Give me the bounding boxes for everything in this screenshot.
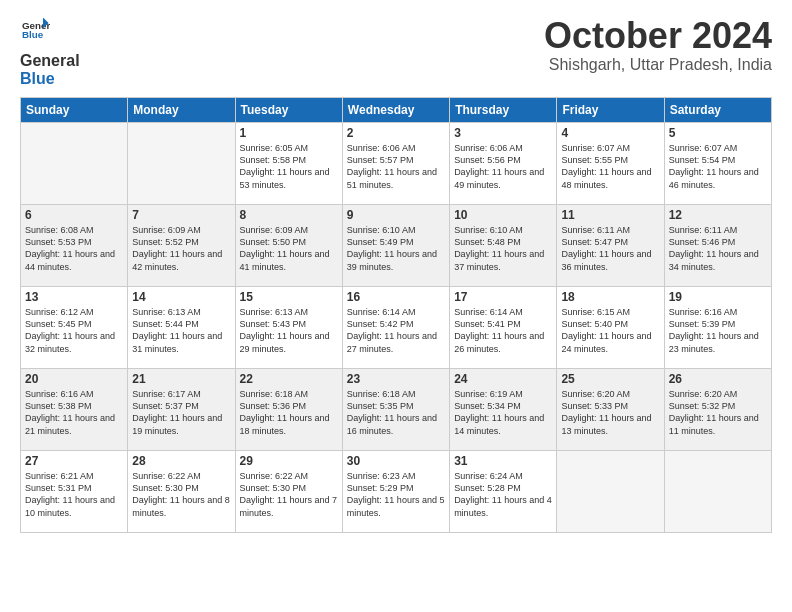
col-saturday: Saturday xyxy=(664,98,771,123)
day-number: 14 xyxy=(132,290,230,304)
cell-content: Sunrise: 6:24 AMSunset: 5:28 PMDaylight:… xyxy=(454,470,552,519)
col-sunday: Sunday xyxy=(21,98,128,123)
title-block: October 2024 Shishgarh, Uttar Pradesh, I… xyxy=(544,16,772,74)
cell-content: Sunrise: 6:17 AMSunset: 5:37 PMDaylight:… xyxy=(132,388,230,437)
table-row: 11Sunrise: 6:11 AMSunset: 5:47 PMDayligh… xyxy=(557,205,664,287)
day-number: 11 xyxy=(561,208,659,222)
day-number: 18 xyxy=(561,290,659,304)
cell-content: Sunrise: 6:20 AMSunset: 5:33 PMDaylight:… xyxy=(561,388,659,437)
day-number: 20 xyxy=(25,372,123,386)
logo: General Blue General Blue xyxy=(20,16,80,87)
table-row: 3Sunrise: 6:06 AMSunset: 5:56 PMDaylight… xyxy=(450,123,557,205)
calendar-header-row: Sunday Monday Tuesday Wednesday Thursday… xyxy=(21,98,772,123)
logo-line2: Blue xyxy=(20,70,80,88)
calendar-week-row: 1Sunrise: 6:05 AMSunset: 5:58 PMDaylight… xyxy=(21,123,772,205)
cell-content: Sunrise: 6:07 AMSunset: 5:55 PMDaylight:… xyxy=(561,142,659,191)
day-number: 17 xyxy=(454,290,552,304)
cell-content: Sunrise: 6:18 AMSunset: 5:36 PMDaylight:… xyxy=(240,388,338,437)
cell-content: Sunrise: 6:09 AMSunset: 5:52 PMDaylight:… xyxy=(132,224,230,273)
logo-line1: General xyxy=(20,52,80,70)
table-row: 15Sunrise: 6:13 AMSunset: 5:43 PMDayligh… xyxy=(235,287,342,369)
table-row: 31Sunrise: 6:24 AMSunset: 5:28 PMDayligh… xyxy=(450,451,557,533)
cell-content: Sunrise: 6:19 AMSunset: 5:34 PMDaylight:… xyxy=(454,388,552,437)
cell-content: Sunrise: 6:21 AMSunset: 5:31 PMDaylight:… xyxy=(25,470,123,519)
day-number: 16 xyxy=(347,290,445,304)
calendar-table: Sunday Monday Tuesday Wednesday Thursday… xyxy=(20,97,772,533)
cell-content: Sunrise: 6:16 AMSunset: 5:38 PMDaylight:… xyxy=(25,388,123,437)
col-wednesday: Wednesday xyxy=(342,98,449,123)
cell-content: Sunrise: 6:14 AMSunset: 5:42 PMDaylight:… xyxy=(347,306,445,355)
table-row: 25Sunrise: 6:20 AMSunset: 5:33 PMDayligh… xyxy=(557,369,664,451)
cell-content: Sunrise: 6:05 AMSunset: 5:58 PMDaylight:… xyxy=(240,142,338,191)
col-thursday: Thursday xyxy=(450,98,557,123)
cell-content: Sunrise: 6:22 AMSunset: 5:30 PMDaylight:… xyxy=(132,470,230,519)
day-number: 27 xyxy=(25,454,123,468)
cell-content: Sunrise: 6:12 AMSunset: 5:45 PMDaylight:… xyxy=(25,306,123,355)
cell-content: Sunrise: 6:13 AMSunset: 5:43 PMDaylight:… xyxy=(240,306,338,355)
day-number: 15 xyxy=(240,290,338,304)
day-number: 12 xyxy=(669,208,767,222)
day-number: 23 xyxy=(347,372,445,386)
table-row: 14Sunrise: 6:13 AMSunset: 5:44 PMDayligh… xyxy=(128,287,235,369)
table-row: 8Sunrise: 6:09 AMSunset: 5:50 PMDaylight… xyxy=(235,205,342,287)
cell-content: Sunrise: 6:16 AMSunset: 5:39 PMDaylight:… xyxy=(669,306,767,355)
page: General Blue General Blue October 2024 S… xyxy=(0,0,792,612)
table-row: 5Sunrise: 6:07 AMSunset: 5:54 PMDaylight… xyxy=(664,123,771,205)
cell-content: Sunrise: 6:07 AMSunset: 5:54 PMDaylight:… xyxy=(669,142,767,191)
calendar-week-row: 27Sunrise: 6:21 AMSunset: 5:31 PMDayligh… xyxy=(21,451,772,533)
day-number: 28 xyxy=(132,454,230,468)
table-row: 26Sunrise: 6:20 AMSunset: 5:32 PMDayligh… xyxy=(664,369,771,451)
day-number: 25 xyxy=(561,372,659,386)
table-row: 13Sunrise: 6:12 AMSunset: 5:45 PMDayligh… xyxy=(21,287,128,369)
table-row: 4Sunrise: 6:07 AMSunset: 5:55 PMDaylight… xyxy=(557,123,664,205)
day-number: 24 xyxy=(454,372,552,386)
table-row: 19Sunrise: 6:16 AMSunset: 5:39 PMDayligh… xyxy=(664,287,771,369)
table-row: 24Sunrise: 6:19 AMSunset: 5:34 PMDayligh… xyxy=(450,369,557,451)
day-number: 9 xyxy=(347,208,445,222)
table-row: 6Sunrise: 6:08 AMSunset: 5:53 PMDaylight… xyxy=(21,205,128,287)
cell-content: Sunrise: 6:18 AMSunset: 5:35 PMDaylight:… xyxy=(347,388,445,437)
table-row: 30Sunrise: 6:23 AMSunset: 5:29 PMDayligh… xyxy=(342,451,449,533)
table-row: 12Sunrise: 6:11 AMSunset: 5:46 PMDayligh… xyxy=(664,205,771,287)
cell-content: Sunrise: 6:22 AMSunset: 5:30 PMDaylight:… xyxy=(240,470,338,519)
calendar-week-row: 13Sunrise: 6:12 AMSunset: 5:45 PMDayligh… xyxy=(21,287,772,369)
col-friday: Friday xyxy=(557,98,664,123)
col-monday: Monday xyxy=(128,98,235,123)
calendar-week-row: 20Sunrise: 6:16 AMSunset: 5:38 PMDayligh… xyxy=(21,369,772,451)
day-number: 3 xyxy=(454,126,552,140)
day-number: 22 xyxy=(240,372,338,386)
table-row: 23Sunrise: 6:18 AMSunset: 5:35 PMDayligh… xyxy=(342,369,449,451)
day-number: 21 xyxy=(132,372,230,386)
day-number: 31 xyxy=(454,454,552,468)
day-number: 6 xyxy=(25,208,123,222)
table-row: 27Sunrise: 6:21 AMSunset: 5:31 PMDayligh… xyxy=(21,451,128,533)
table-row xyxy=(557,451,664,533)
svg-text:Blue: Blue xyxy=(22,29,44,40)
day-number: 19 xyxy=(669,290,767,304)
cell-content: Sunrise: 6:15 AMSunset: 5:40 PMDaylight:… xyxy=(561,306,659,355)
cell-content: Sunrise: 6:11 AMSunset: 5:46 PMDaylight:… xyxy=(669,224,767,273)
table-row: 2Sunrise: 6:06 AMSunset: 5:57 PMDaylight… xyxy=(342,123,449,205)
table-row: 1Sunrise: 6:05 AMSunset: 5:58 PMDaylight… xyxy=(235,123,342,205)
cell-content: Sunrise: 6:11 AMSunset: 5:47 PMDaylight:… xyxy=(561,224,659,273)
cell-content: Sunrise: 6:10 AMSunset: 5:49 PMDaylight:… xyxy=(347,224,445,273)
day-number: 29 xyxy=(240,454,338,468)
cell-content: Sunrise: 6:20 AMSunset: 5:32 PMDaylight:… xyxy=(669,388,767,437)
day-number: 26 xyxy=(669,372,767,386)
cell-content: Sunrise: 6:13 AMSunset: 5:44 PMDaylight:… xyxy=(132,306,230,355)
table-row: 10Sunrise: 6:10 AMSunset: 5:48 PMDayligh… xyxy=(450,205,557,287)
day-number: 5 xyxy=(669,126,767,140)
day-number: 13 xyxy=(25,290,123,304)
table-row xyxy=(128,123,235,205)
cell-content: Sunrise: 6:09 AMSunset: 5:50 PMDaylight:… xyxy=(240,224,338,273)
table-row: 28Sunrise: 6:22 AMSunset: 5:30 PMDayligh… xyxy=(128,451,235,533)
logo-icon: General Blue xyxy=(22,16,50,44)
table-row: 17Sunrise: 6:14 AMSunset: 5:41 PMDayligh… xyxy=(450,287,557,369)
day-number: 1 xyxy=(240,126,338,140)
cell-content: Sunrise: 6:06 AMSunset: 5:56 PMDaylight:… xyxy=(454,142,552,191)
month-title: October 2024 xyxy=(544,16,772,56)
header: General Blue General Blue October 2024 S… xyxy=(20,16,772,87)
table-row: 9Sunrise: 6:10 AMSunset: 5:49 PMDaylight… xyxy=(342,205,449,287)
cell-content: Sunrise: 6:08 AMSunset: 5:53 PMDaylight:… xyxy=(25,224,123,273)
table-row xyxy=(21,123,128,205)
